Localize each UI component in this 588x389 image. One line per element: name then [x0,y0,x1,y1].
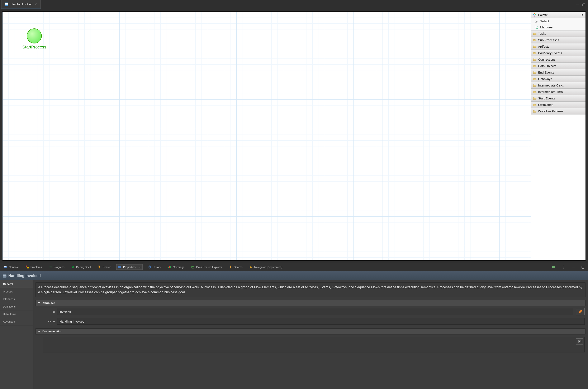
svg-rect-25 [3,275,6,275]
id-label: Id [37,310,55,313]
expand-documentation-button[interactable] [576,338,583,345]
prop-tab-advanced[interactable]: Advanced [0,318,33,325]
palette-category-end-events[interactable]: End Events [531,69,586,76]
properties-icon [118,265,121,269]
maximize-icon [578,340,582,343]
svg-point-3 [534,13,535,14]
process-description-text: A Process describes a sequence or flow o… [35,283,586,297]
editor-canvas-frame: StartProcess Palette [2,11,586,261]
view-tab-data-source-explorer[interactable]: Data Source Explorer [190,264,224,269]
svg-rect-13 [49,267,50,267]
folder-icon [533,103,536,106]
close-icon[interactable]: ✕ [138,265,141,269]
svg-rect-8 [4,266,7,268]
palette-category-label: Start Events [538,97,555,100]
palette-tool-marquee[interactable]: Marquee [531,24,586,30]
bottom-view-tabbar: Console Problems Progress J Debug Shell … [0,263,588,271]
view-tab-label: Search [234,265,242,269]
view-menu-icon[interactable]: ⋮ [560,264,567,270]
palette-empty-area [531,114,586,260]
editor-tabbar: Handling Invoiced ✕ — ▢ [0,0,588,9]
palette-category-label: Workflow Patterns [538,109,563,113]
palette-category-gateways[interactable]: Gateways [531,76,586,82]
prop-tab-definitions[interactable]: Definitions [0,303,33,310]
view-toolbar-pin-icon[interactable] [551,264,557,270]
palette-tool-select[interactable]: Select [531,18,586,24]
bpmn-start-event-node[interactable]: StartProcess [22,29,46,50]
palette-category-intermediate-throwing[interactable]: Intermediate Thro... [531,89,586,95]
view-tab-properties[interactable]: Properties ✕ [116,264,143,270]
view-tab-problems[interactable]: Problems [24,264,44,269]
svg-point-10 [26,265,27,267]
documentation-textarea[interactable] [43,337,585,353]
prop-tab-process[interactable]: Process [0,288,33,295]
problems-icon [26,265,29,269]
palette-category-tasks[interactable]: Tasks [531,30,586,37]
diagram-canvas[interactable]: StartProcess [2,12,531,260]
documentation-section-header[interactable]: Documentation [35,328,586,334]
name-field[interactable] [57,318,585,325]
process-icon [2,274,6,278]
palette-header[interactable]: Palette [531,12,586,18]
palette-category-data-objects[interactable]: Data Objects [531,63,586,69]
palette-category-workflow-patterns[interactable]: Workflow Patterns [531,108,586,114]
id-field[interactable] [57,309,573,315]
prop-tab-general[interactable]: General [0,280,33,288]
view-tab-history[interactable]: History [146,264,163,269]
palette-category-label: Connections [538,58,556,61]
palette-category-swimlanes[interactable]: Swimlanes [531,101,586,108]
minimize-button[interactable]: — [574,2,581,7]
view-tab-label: Problems [30,265,42,269]
marquee-icon [535,26,538,29]
palette-icon [533,13,536,17]
chevron-right-icon[interactable] [581,14,584,16]
prop-tab-interfaces[interactable]: Interfaces [0,295,33,303]
coverage-icon [168,265,171,269]
edit-id-button[interactable] [576,308,585,315]
view-tab-coverage[interactable]: Coverage [166,264,186,269]
folder-icon [533,32,536,35]
properties-view-header: Handling Invoiced [0,271,588,280]
palette-category-start-events[interactable]: Start Events [531,95,586,101]
svg-point-4 [533,14,534,15]
palette-title: Palette [538,13,548,17]
folder-icon [533,45,536,48]
prop-tab-data-items[interactable]: Data Items [0,310,33,318]
view-tab-navigator[interactable]: Navigator (Deprecated) [247,264,284,269]
view-tab-search-2[interactable]: Search [227,264,244,269]
progress-icon [49,265,52,269]
documentation-section-label: Documentation [42,330,62,333]
folder-icon [533,90,536,94]
palette-tool-marquee-label: Marquee [540,26,553,29]
maximize-view-button[interactable]: ▢ [580,264,586,270]
view-tab-debug-shell[interactable]: J Debug Shell [69,264,93,269]
close-icon[interactable]: ✕ [34,2,38,6]
palette-category-artifacts[interactable]: Artifacts [531,43,586,50]
view-tab-progress[interactable]: Progress [47,264,66,269]
svg-point-6 [534,15,535,17]
folder-icon [533,84,536,87]
navigator-icon [249,265,252,269]
palette-category-boundary-events[interactable]: Boundary Events [531,50,586,56]
palette-category-sub-processes[interactable]: Sub Processes [531,37,586,43]
properties-side-tabs: General Process Interfaces Definitions D… [0,280,33,389]
editor-tab-active[interactable]: Handling Invoiced ✕ [1,0,41,9]
view-tab-label: Navigator (Deprecated) [254,265,282,269]
palette-category-connections[interactable]: Connections [531,56,586,63]
palette-category-intermediate-catching[interactable]: Intermediate Catc... [531,82,586,89]
cursor-select-icon [535,20,538,23]
view-tab-label: Coverage [173,265,184,269]
view-tab-label: Properties [123,265,136,269]
svg-point-22 [192,266,194,267]
svg-rect-21 [170,266,171,268]
minimize-view-button[interactable]: — [570,264,576,270]
attributes-section-header[interactable]: Attributes [35,300,586,306]
view-tab-search[interactable]: Search [96,264,113,269]
palette-category-label: Artifacts [538,45,549,48]
view-tab-label: Data Source Explorer [196,265,222,269]
palette-category-label: Data Objects [538,64,556,68]
palette-category-label: Gateways [538,77,552,81]
view-tab-console[interactable]: Console [2,264,21,269]
flashlight-icon [229,265,232,269]
maximize-button[interactable]: ▢ [581,2,587,7]
